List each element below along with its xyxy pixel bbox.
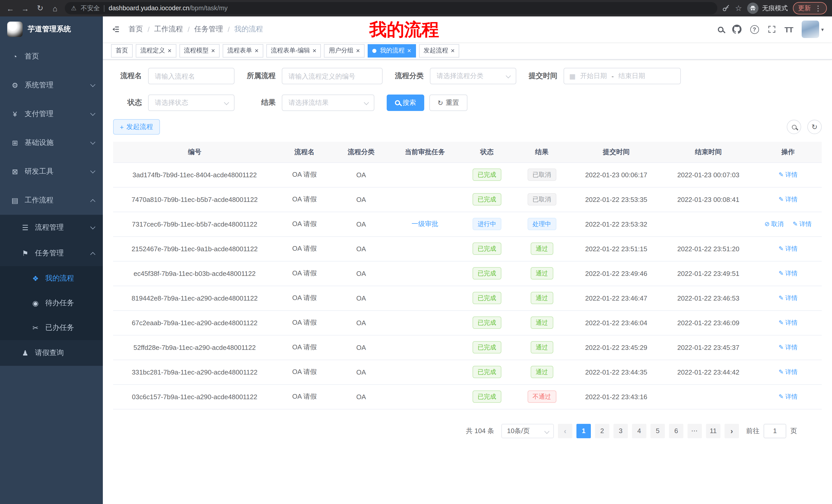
detail-action[interactable]: ✎详情 [779, 170, 798, 179]
browser-menu-icon[interactable]: ⋮ [814, 4, 822, 12]
detail-action[interactable]: ✎详情 [779, 269, 798, 278]
table-row[interactable]: 67c2eaab-7b9a-11ec-a290-acde48001122 OA … [113, 310, 822, 335]
table-row[interactable]: 7470a810-7b9b-11ec-b5b7-acde48001122 OA … [113, 187, 822, 212]
detail-action[interactable]: ✎详情 [779, 318, 798, 327]
detail-action[interactable]: ✎详情 [779, 195, 798, 204]
table-row[interactable]: 52ffd28e-7b9a-11ec-a290-acde48001122 OA … [113, 335, 822, 360]
sidebar-item[interactable]: ✂ 已办任务 [0, 315, 103, 340]
toggle-search-button[interactable] [787, 120, 801, 134]
table-row[interactable]: 819442e8-7b9a-11ec-a290-acde48001122 OA … [113, 286, 822, 310]
tab[interactable]: 用户分组 × [324, 44, 365, 57]
tab[interactable]: 流程定义 × [136, 44, 176, 57]
sidebar-item[interactable]: ▤ 工作流程 [0, 186, 103, 215]
next-page-button[interactable]: › [725, 424, 739, 438]
tab[interactable]: 我的流程 × [368, 44, 416, 57]
chevron-down-icon [224, 100, 229, 105]
security-label[interactable]: 不安全 [81, 4, 100, 12]
result-badge: 处理中 [527, 218, 556, 230]
hamburger-icon[interactable] [111, 25, 120, 34]
breadcrumb-item[interactable]: 我的流程 [234, 25, 263, 34]
table-row[interactable]: ec45f38f-7b9a-11ec-b03b-acde48001122 OA … [113, 261, 822, 286]
tab[interactable]: 首页 [111, 44, 133, 57]
table-row[interactable]: 2152467e-7b9b-11ec-9a1b-acde48001122 OA … [113, 236, 822, 261]
tab[interactable]: 流程模型 × [179, 44, 219, 57]
detail-action[interactable]: ✎详情 [779, 392, 798, 401]
top-navbar: 首页 / 工作流程 / 任务管理 / [103, 17, 832, 42]
key-icon[interactable] [722, 4, 730, 12]
close-icon[interactable]: × [167, 47, 172, 54]
sidebar-item[interactable]: ⊞ 基础设施 [0, 129, 103, 157]
breadcrumb-item[interactable]: 工作流程 [154, 25, 183, 34]
actions-cell: ✎详情 [754, 286, 822, 310]
close-icon[interactable]: × [211, 47, 215, 54]
result-select[interactable]: 请选择流结果 [282, 94, 374, 111]
detail-action[interactable]: ✎详情 [793, 220, 812, 228]
sidebar-item[interactable]: ☰ 流程管理 [0, 215, 103, 241]
tab[interactable]: 流程表单 × [223, 44, 263, 57]
detail-action[interactable]: ✎详情 [779, 368, 798, 376]
reset-button[interactable]: ↻ 重置 [430, 94, 467, 111]
page-number-button[interactable]: 1 [576, 424, 591, 438]
sidebar-item[interactable]: ♟ 请假查询 [0, 340, 103, 366]
close-icon[interactable]: × [407, 47, 411, 54]
help-icon[interactable]: ? [750, 25, 759, 34]
detail-action[interactable]: ✎详情 [779, 244, 798, 253]
sidebar-item[interactable]: ◔ 首页 [0, 42, 103, 71]
detail-action[interactable]: ✎详情 [779, 293, 798, 302]
tab[interactable]: 发起流程 × [419, 44, 459, 57]
current-task-link[interactable]: 一级审批 [412, 220, 438, 228]
search-button[interactable]: 搜索 [387, 94, 424, 111]
close-icon[interactable]: × [255, 47, 258, 54]
page-number-button[interactable]: ⋯ [687, 424, 702, 438]
cancel-action[interactable]: ⊘取消 [764, 220, 783, 228]
bookmark-star-icon[interactable]: ☆ [735, 4, 742, 13]
close-icon[interactable]: × [313, 47, 316, 54]
github-icon[interactable] [732, 25, 741, 34]
table-row[interactable]: 03c6c157-7b9a-11ec-a290-acde48001122 OA … [113, 384, 822, 409]
update-button[interactable]: 更新 ⋮ [793, 2, 827, 15]
sidebar-item[interactable]: ❖ 我的流程 [0, 266, 103, 291]
forward-icon[interactable]: → [20, 4, 30, 12]
page-number-button[interactable]: 2 [595, 424, 609, 438]
home-icon[interactable]: ⌂ [50, 4, 60, 12]
sidebar-item[interactable]: ⚑ 任务管理 [0, 241, 103, 266]
submit-time-range-picker[interactable]: ▦ 开始日期 - 结束日期 [564, 68, 681, 84]
breadcrumb-item[interactable]: 首页 [129, 25, 143, 34]
category-select[interactable]: 请选择流程分类 [430, 68, 516, 84]
table-row[interactable]: 3ad174fb-7b9d-11ec-8404-acde48001122 OA … [113, 162, 822, 187]
breadcrumb-item[interactable]: 任务管理 [194, 25, 223, 34]
page-number-button[interactable]: 6 [669, 424, 683, 438]
reload-icon[interactable]: ↻ [35, 4, 45, 13]
refresh-table-button[interactable]: ↻ [807, 120, 822, 134]
sidebar-item[interactable]: ⊠ 研发工具 [0, 157, 103, 186]
app-logo[interactable]: 芋道管理系统 [0, 17, 103, 42]
create-process-button[interactable]: + 发起流程 [113, 119, 160, 135]
page-number-button[interactable]: 3 [614, 424, 628, 438]
tab[interactable]: 流程表单-编辑 × [266, 44, 321, 57]
process-name-input[interactable] [148, 68, 234, 84]
table-row[interactable]: 331bc281-7b9a-11ec-a290-acde48001122 OA … [113, 360, 822, 384]
sidebar-item[interactable]: ⚙ 系统管理 [0, 71, 103, 100]
user-avatar[interactable]: ▾ [802, 21, 824, 38]
page-number-button[interactable]: 11 [706, 424, 721, 438]
close-icon[interactable]: × [451, 47, 454, 54]
back-icon[interactable]: ← [5, 4, 16, 12]
status-select[interactable]: 请选择状态 [148, 94, 234, 111]
filter-row-1: 流程名 所属流程 流程分类 请选择流程分类 [113, 68, 822, 84]
font-size-icon[interactable]: TT [784, 25, 793, 34]
status-badge: 已完成 [473, 193, 501, 205]
goto-page-input[interactable] [763, 424, 786, 438]
page-size-select[interactable]: 10条/页 [501, 424, 554, 438]
page-number-button[interactable]: 4 [632, 424, 646, 438]
close-icon[interactable]: × [356, 47, 360, 54]
table-row[interactable]: 7317cec6-7b9b-11ec-b5b7-acde48001122 OA … [113, 212, 822, 236]
prev-page-button[interactable]: ‹ [558, 424, 572, 438]
detail-action[interactable]: ✎详情 [779, 343, 798, 352]
page-number-button[interactable]: 5 [650, 424, 665, 438]
sidebar-item[interactable]: ¥ 支付管理 [0, 100, 103, 129]
address-bar[interactable]: ⚠ 不安全 dashboard.yudao.iocoder.cn/bpm/tas… [65, 2, 717, 15]
fullscreen-icon[interactable] [768, 25, 776, 33]
sidebar-item[interactable]: ◉ 待办任务 [0, 291, 103, 315]
process-definition-input[interactable] [282, 68, 383, 84]
search-icon[interactable] [718, 26, 723, 32]
